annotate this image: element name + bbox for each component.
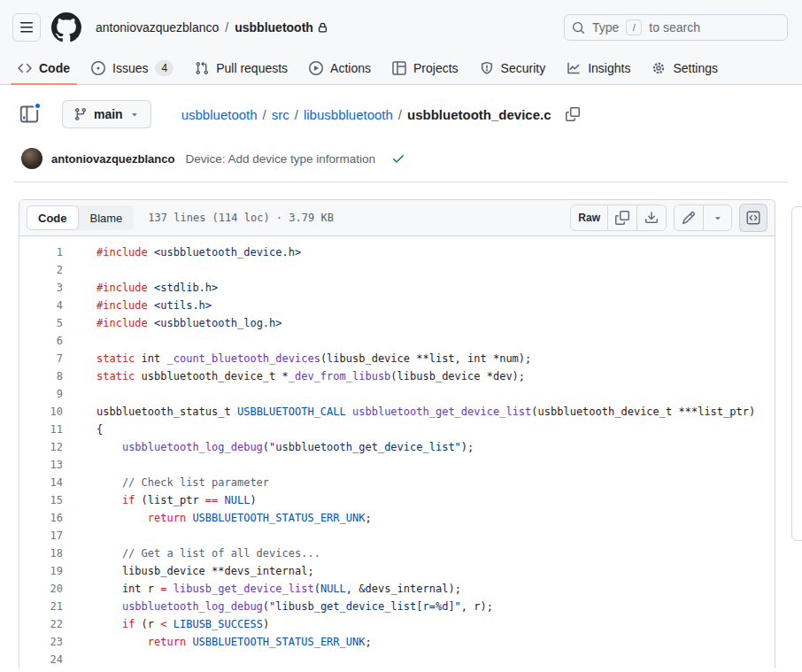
line-number[interactable]: 7 (19, 350, 63, 367)
header-top-row: antoniovazquezblanco / usbbluetooth Type… (0, 0, 802, 51)
breadcrumb-separator: / (263, 107, 266, 122)
tab-code[interactable]: Code (11, 51, 77, 84)
line-number[interactable]: 14 (19, 474, 63, 491)
tab-label: Issues (112, 61, 148, 75)
line-number[interactable]: 2 (19, 261, 63, 279)
line-number[interactable]: 19 (19, 562, 63, 580)
app-header: antoniovazquezblanco / usbbluetooth Type… (0, 0, 802, 85)
line-number[interactable]: 21 (19, 598, 63, 615)
breadcrumb-libusbbluetooth-link[interactable]: libusbbluetooth (304, 107, 393, 122)
line-number[interactable]: 24 (19, 651, 63, 668)
line-number[interactable]: 10 (19, 403, 63, 421)
line-number[interactable]: 9 (19, 385, 63, 403)
line-content: // Get a list of all devices... (63, 545, 320, 562)
branch-name: main (94, 107, 123, 121)
avatar[interactable] (21, 148, 42, 169)
tab-settings[interactable]: Settings (644, 51, 725, 84)
code-line: 8static usbbluetooth_device_t *_dev_from… (19, 367, 775, 385)
line-number[interactable]: 20 (19, 580, 63, 598)
checks-status-icon[interactable] (391, 151, 405, 166)
breadcrumb-repo-link[interactable]: usbbluetooth (181, 107, 258, 122)
line-content: #include <stdlib.h> (63, 279, 218, 297)
blame-view-button[interactable]: Blame (79, 205, 135, 230)
gear-icon (652, 61, 666, 75)
line-content (63, 651, 96, 668)
line-number[interactable]: 23 (19, 633, 63, 651)
line-number[interactable]: 5 (19, 314, 63, 332)
line-content: { (63, 421, 103, 438)
line-number[interactable]: 16 (19, 509, 63, 527)
git-pull-request-icon (195, 61, 209, 75)
copy-path-button[interactable] (562, 104, 583, 125)
tab-label: Settings (673, 61, 718, 75)
repo-nav: Code Issues 4 Pull requests Actions Pr (0, 51, 802, 84)
line-number[interactable]: 11 (19, 421, 63, 438)
symbols-panel-sliver[interactable] (791, 206, 802, 541)
line-content (63, 456, 96, 474)
code-line: 17 (19, 527, 775, 545)
code-line: 2 (19, 261, 775, 279)
github-logo-icon[interactable] (51, 12, 81, 42)
edit-dropdown-button[interactable] (703, 205, 731, 230)
owner-link[interactable]: antoniovazquezblanco (96, 20, 219, 35)
download-button[interactable] (636, 205, 666, 230)
line-content (63, 261, 96, 279)
symbols-panel-button[interactable] (739, 204, 767, 232)
raw-copy-download-group: Raw (570, 205, 667, 231)
tab-actions[interactable]: Actions (302, 51, 378, 84)
tab-insights[interactable]: Insights (559, 51, 637, 84)
code-view-button[interactable]: Code (27, 205, 79, 230)
tab-security[interactable]: Security (473, 51, 553, 84)
raw-button[interactable]: Raw (571, 205, 607, 230)
code-line: 18 // Get a list of all devices... (19, 545, 775, 562)
play-icon (309, 61, 323, 75)
branch-selector-button[interactable]: main (62, 100, 151, 128)
tab-issues[interactable]: Issues 4 (84, 51, 181, 84)
line-content: static usbbluetooth_device_t *_dev_from_… (63, 367, 525, 385)
search-placeholder-suffix: to search (649, 20, 700, 35)
code-line: 19 libusb_device **devs_internal; (19, 562, 775, 580)
repo-name: usbbluetooth (235, 20, 313, 35)
search-icon (572, 21, 585, 35)
tab-label: Insights (588, 61, 630, 75)
tab-pull-requests[interactable]: Pull requests (188, 51, 295, 84)
triangle-down-icon (713, 212, 723, 223)
code-square-icon (746, 211, 760, 225)
line-number[interactable]: 22 (19, 615, 63, 633)
line-number[interactable]: 3 (19, 279, 63, 297)
sidebar-panel-toggle[interactable] (19, 104, 39, 124)
commit-author-link[interactable]: antoniovazquezblanco (51, 152, 174, 166)
line-content: #include <usbbluetooth_device.h> (63, 243, 301, 261)
line-number[interactable]: 15 (19, 491, 63, 509)
code-line: 15 if (list_ptr == NULL) (19, 491, 775, 509)
code-line: 7static int _count_bluetooth_devices(lib… (19, 350, 775, 367)
search-input[interactable]: Type / to search (564, 14, 788, 41)
breadcrumb-current-file: usbbluetooth_device.c (407, 107, 551, 122)
code-line: 1#include <usbbluetooth_device.h> (19, 243, 775, 261)
line-number[interactable]: 8 (19, 367, 63, 385)
global-menu-button[interactable] (12, 13, 41, 42)
code-line: 13 (19, 456, 775, 474)
breadcrumb-src-link[interactable]: src (272, 107, 289, 122)
tab-projects[interactable]: Projects (385, 51, 466, 84)
tab-label: Code (39, 61, 70, 75)
line-number[interactable]: 17 (19, 527, 63, 545)
line-content: usbbluetooth_log_debug("usbbluetooth_get… (63, 438, 474, 456)
line-content: if (r < LIBUSB_SUCCESS) (63, 615, 269, 633)
repo-link[interactable]: usbbluetooth (235, 20, 328, 35)
code-line: 9 (19, 385, 775, 403)
copy-file-button[interactable] (607, 205, 636, 230)
download-icon (644, 211, 659, 225)
line-number[interactable]: 12 (19, 438, 63, 456)
code-blame-toggle: Code Blame (27, 205, 134, 230)
code-line: 12 usbbluetooth_log_debug("usbbluetooth_… (19, 438, 775, 456)
line-number[interactable]: 6 (19, 332, 63, 350)
code-line: 21 usbbluetooth_log_debug("libusb_get_de… (19, 598, 775, 615)
line-number[interactable]: 18 (19, 545, 63, 562)
breadcrumb-separator: / (398, 107, 402, 122)
line-number[interactable]: 1 (19, 243, 63, 261)
commit-message-link[interactable]: Device: Add device type information (185, 152, 375, 166)
edit-button[interactable] (675, 205, 703, 230)
line-number[interactable]: 4 (19, 297, 63, 314)
line-number[interactable]: 13 (19, 456, 63, 474)
